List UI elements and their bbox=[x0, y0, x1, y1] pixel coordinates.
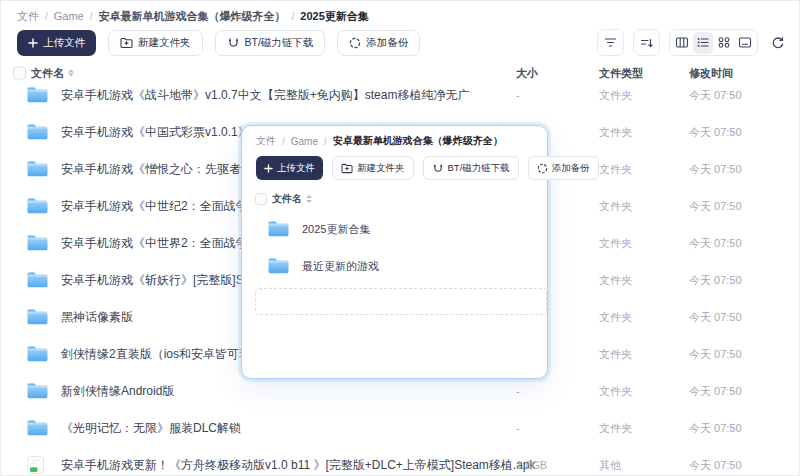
file-type: 文件夹 bbox=[599, 198, 632, 213]
file-modified-time: 今天 07:50 bbox=[689, 235, 742, 250]
file-modified-time: 今天 07:50 bbox=[689, 346, 742, 361]
breadcrumb-separator: / bbox=[45, 11, 48, 22]
file-type: 文件夹 bbox=[599, 235, 632, 250]
file-modified-time: 今天 07:50 bbox=[689, 420, 742, 435]
popup-new-folder-button[interactable]: 新建文件夹 bbox=[332, 156, 414, 180]
folder-icon bbox=[27, 309, 48, 325]
popup-breadcrumb: 文件/Game/安卓最新单机游戏合集（爆炸级齐全） bbox=[256, 134, 503, 148]
file-type: 文件夹 bbox=[599, 161, 632, 176]
popup-bt-download-label: BT/磁力链下载 bbox=[448, 162, 510, 175]
plus-icon bbox=[28, 38, 38, 48]
file-type: 文件夹 bbox=[599, 383, 632, 398]
column-view-icon bbox=[675, 36, 689, 49]
folder-icon bbox=[268, 221, 289, 237]
magnet-icon bbox=[432, 163, 444, 174]
breadcrumb-item[interactable]: Game bbox=[54, 10, 84, 22]
table-row[interactable]: 安卓手机游戏《战斗地带》v1.0.7中文【完整版+免内购】steam移植纯净无广… bbox=[1, 76, 799, 113]
file-size: 1.8GB bbox=[516, 459, 547, 471]
breadcrumb-item[interactable]: Game bbox=[291, 136, 318, 147]
breadcrumb-item[interactable]: 安卓最新单机游戏合集（爆炸级齐全） bbox=[99, 9, 286, 24]
add-backup-label: 添加备份 bbox=[366, 36, 408, 50]
sort-arrows-icon bbox=[306, 195, 312, 203]
table-row[interactable]: 安卓手机游戏更新！《方舟终极移动版v1.0 b11 》[完整版+DLC+上帝模式… bbox=[1, 446, 799, 476]
file-modified-time: 今天 07:50 bbox=[689, 383, 742, 398]
breadcrumb-item: 2025更新合集 bbox=[300, 9, 368, 24]
folder-icon bbox=[27, 420, 48, 436]
table-row[interactable]: 2025更新合集 bbox=[242, 210, 547, 247]
popup-add-backup-button[interactable]: 添加备份 bbox=[528, 156, 599, 180]
folder-icon bbox=[27, 383, 48, 399]
refresh-button[interactable] bbox=[767, 32, 789, 54]
file-name: 最近更新的游戏 bbox=[302, 258, 379, 273]
list-view-button[interactable] bbox=[693, 32, 713, 54]
popup-new-folder-label: 新建文件夹 bbox=[357, 162, 405, 175]
breadcrumb-item[interactable]: 文件 bbox=[17, 9, 39, 24]
table-row[interactable]: 最近更新的游戏 bbox=[242, 247, 547, 284]
sort-button[interactable] bbox=[633, 29, 660, 56]
table-row[interactable]: 《光明记忆：无限》服装DLC解锁 - 文件夹 今天 07:50 bbox=[1, 409, 799, 446]
view-controls bbox=[597, 29, 789, 56]
grid-view-button[interactable] bbox=[714, 32, 734, 54]
column-view-button[interactable] bbox=[672, 32, 692, 54]
magnet-icon bbox=[227, 37, 240, 49]
add-backup-button[interactable]: 添加备份 bbox=[337, 30, 420, 56]
popup-toolbar: 上传文件 新建文件夹 BT/磁力链下载 添加备份 bbox=[256, 156, 599, 180]
filter-button[interactable] bbox=[597, 29, 624, 56]
breadcrumb: 文件/Game/安卓最新单机游戏合集（爆炸级齐全）/2025更新合集 bbox=[17, 9, 369, 23]
file-name: 安卓手机游戏更新！《方舟终极移动版v1.0 b11 》[完整版+DLC+上帝模式… bbox=[61, 456, 536, 473]
breadcrumb-separator: / bbox=[282, 136, 285, 147]
file-manager-window: 文件/Game/安卓最新单机游戏合集（爆炸级齐全）/2025更新合集 上传文件 … bbox=[0, 0, 800, 476]
file-name: 2025更新合集 bbox=[302, 221, 370, 236]
sort-icon bbox=[640, 37, 653, 49]
popup-upload-file-button[interactable]: 上传文件 bbox=[256, 156, 323, 180]
grid-view-icon bbox=[717, 36, 731, 49]
new-folder-button[interactable]: 新建文件夹 bbox=[108, 30, 203, 56]
popup-add-backup-label: 添加备份 bbox=[552, 162, 590, 175]
popup-select-all-checkbox[interactable] bbox=[255, 193, 267, 205]
backup-circle-icon bbox=[537, 163, 548, 174]
popup-file-list: 2025更新合集 最 bbox=[242, 210, 547, 284]
file-type: 文件夹 bbox=[599, 124, 632, 139]
file-modified-time: 今天 07:50 bbox=[689, 161, 742, 176]
file-size: - bbox=[516, 422, 520, 434]
file-type: 文件夹 bbox=[599, 87, 632, 102]
file-name: 《光明记忆：无限》服装DLC解锁 bbox=[61, 419, 241, 436]
bt-download-label: BT/磁力链下载 bbox=[245, 36, 314, 50]
apk-file-icon bbox=[27, 455, 45, 475]
popup-bt-magnet-download-button[interactable]: BT/磁力链下载 bbox=[423, 156, 519, 180]
file-name: 安卓手机游戏《战斗地带》v1.0.7中文【完整版+免内购】steam移植纯净无广 bbox=[61, 86, 469, 103]
folder-icon bbox=[268, 258, 289, 274]
folder-plus-icon bbox=[120, 37, 133, 49]
filter-icon bbox=[604, 37, 617, 49]
folder-icon bbox=[27, 124, 48, 140]
breadcrumb-separator: / bbox=[292, 11, 295, 22]
card-view-button[interactable] bbox=[735, 32, 755, 54]
file-modified-time: 今天 07:50 bbox=[689, 272, 742, 287]
breadcrumb-separator: / bbox=[324, 136, 327, 147]
upload-file-label: 上传文件 bbox=[43, 36, 85, 50]
breadcrumb-item: 安卓最新单机游戏合集（爆炸级齐全） bbox=[333, 134, 503, 148]
file-type: 其他 bbox=[599, 457, 621, 472]
folder-icon bbox=[27, 346, 48, 362]
folder-icon bbox=[27, 198, 48, 214]
card-view-icon bbox=[738, 36, 752, 49]
drop-zone[interactable] bbox=[255, 288, 547, 315]
bt-magnet-download-button[interactable]: BT/磁力链下载 bbox=[215, 30, 326, 56]
popup-table-header: 文件名 bbox=[242, 190, 547, 208]
file-name: 黑神话像素版 bbox=[61, 308, 133, 325]
file-modified-time: 今天 07:50 bbox=[689, 87, 742, 102]
upload-file-button[interactable]: 上传文件 bbox=[17, 30, 96, 56]
backup-circle-icon bbox=[349, 37, 361, 49]
file-size: - bbox=[516, 385, 520, 397]
file-size: - bbox=[516, 89, 520, 101]
file-name: 剑侠情缘2直装版（ios和安卓皆可玩） bbox=[61, 345, 263, 362]
folder-icon bbox=[27, 87, 48, 103]
file-name: 新剑侠情缘Android版 bbox=[61, 382, 174, 399]
breadcrumb-item[interactable]: 文件 bbox=[256, 134, 276, 148]
popup-column-header-name[interactable]: 文件名 bbox=[272, 192, 312, 206]
file-modified-time: 今天 07:50 bbox=[689, 124, 742, 139]
popup-upload-file-label: 上传文件 bbox=[277, 162, 315, 175]
folder-icon bbox=[27, 235, 48, 251]
folder-icon bbox=[27, 161, 48, 177]
file-type: 文件夹 bbox=[599, 346, 632, 361]
